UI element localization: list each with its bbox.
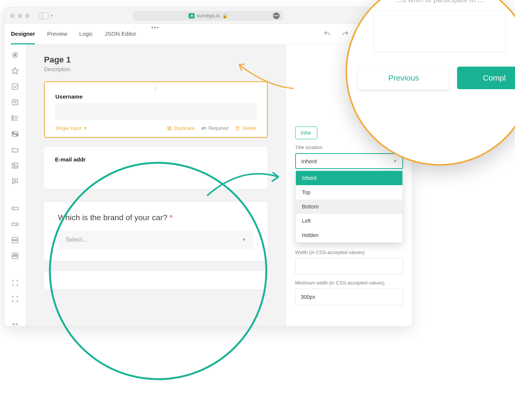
lock-icon: 🔒	[222, 13, 228, 18]
tab-designer[interactable]: Designer	[11, 24, 35, 44]
tab-preview[interactable]: Preview	[47, 24, 67, 44]
rating-icon[interactable]	[11, 67, 20, 75]
grid4-icon[interactable]	[11, 322, 20, 327]
designer-canvas[interactable]: Page 1 Description ⠿ Username Single Inp…	[26, 44, 286, 326]
svg-point-39	[16, 324, 17, 325]
svg-rect-19	[12, 117, 13, 119]
url-text: surveyjs.io	[197, 13, 220, 18]
comment-icon[interactable]	[11, 178, 20, 185]
callout-ghost-input	[374, 10, 506, 52]
expand1-icon[interactable]	[11, 279, 20, 287]
option-inherit[interactable]: Inherit	[296, 171, 402, 185]
option-left[interactable]: Left	[296, 214, 402, 228]
svg-point-23	[12, 132, 14, 133]
svg-marker-10	[12, 68, 18, 74]
question-input[interactable]	[55, 103, 256, 119]
svg-rect-31	[12, 223, 18, 226]
question-email[interactable]: E-mail addr	[44, 147, 268, 189]
title-location-dropdown: Inherit Top Bottom Left Hidden	[296, 170, 403, 243]
question-label[interactable]: Username	[55, 93, 256, 100]
prop-min-width-label: Minimum width (in CSS-accepted values)	[295, 280, 403, 286]
svg-point-38	[13, 324, 14, 325]
title-location-select[interactable]: Inherit ▼ Inherit Top Bottom Left Hidden	[295, 153, 403, 169]
boolean-icon[interactable]	[11, 130, 20, 138]
svg-point-26	[13, 164, 14, 166]
inherit-pill[interactable]: Inhe	[295, 126, 317, 139]
sidebar-toggle-icon[interactable]	[39, 12, 49, 19]
svg-rect-25	[12, 163, 18, 168]
required-button[interactable]: Required	[201, 125, 229, 131]
select-placeholder: Select...	[66, 236, 87, 243]
option-bottom[interactable]: Bottom	[296, 199, 402, 214]
chevron-down-icon: ▼	[242, 237, 246, 242]
svg-rect-61	[168, 126, 171, 129]
svg-rect-29	[12, 207, 18, 210]
multi-icon[interactable]	[11, 114, 20, 122]
svg-rect-20	[12, 119, 13, 120]
input2-icon[interactable]	[11, 221, 20, 228]
min-width-input[interactable]	[295, 289, 403, 305]
page-title[interactable]: Page 1	[44, 55, 268, 65]
option-top[interactable]: Top	[296, 185, 402, 199]
question-username[interactable]: ⠿ Username Single Input▼ Duplicate Requi…	[44, 81, 268, 138]
address-bar[interactable]: JS surveyjs.io 🔒 •••	[133, 11, 283, 21]
more-icon[interactable]: •••	[273, 12, 280, 19]
tab-overflow[interactable]: •••	[148, 24, 163, 44]
question-stub[interactable]	[44, 271, 268, 289]
question-type-select[interactable]: Single Input▼	[55, 125, 87, 131]
traffic-lights[interactable]	[10, 14, 30, 18]
duplicate-button[interactable]: Duplicate	[167, 125, 194, 131]
input-icon[interactable]	[11, 205, 20, 212]
chevron-down-icon: ▼	[393, 159, 397, 163]
question-title: Which is the brand of your car? *	[58, 213, 254, 222]
question-label[interactable]: E-mail addr	[55, 156, 257, 163]
svg-rect-18	[12, 116, 13, 117]
svg-point-63	[203, 128, 204, 129]
folder-icon[interactable]	[11, 146, 20, 154]
chevron-down-icon[interactable]: ▾	[51, 13, 53, 18]
car-brand-select[interactable]: Select... ▼	[58, 230, 254, 249]
svg-rect-33	[12, 237, 18, 240]
page-description[interactable]: Description	[44, 66, 268, 72]
drag-handle-icon[interactable]: ⠿	[55, 87, 256, 91]
tab-logic[interactable]: Logic	[79, 24, 93, 44]
prop-width-label: Width (in CSS-accepted values)	[295, 250, 403, 255]
svg-point-24	[16, 135, 17, 136]
callout-ghost-text: …u wish to participate in …	[395, 0, 484, 4]
undo-icon[interactable]	[318, 24, 336, 44]
toolbox	[4, 44, 26, 326]
complete-button[interactable]: Compl	[457, 67, 515, 89]
option-hidden[interactable]: Hidden	[296, 228, 402, 242]
tab-json[interactable]: JSON Editor	[105, 24, 136, 44]
required-marker: *	[169, 213, 172, 222]
browser-titlebar: ▾ JS surveyjs.io 🔒 •••	[4, 8, 412, 24]
image-icon[interactable]	[11, 162, 20, 169]
checkbox-icon[interactable]	[11, 83, 20, 90]
previous-button[interactable]: Previous	[358, 67, 449, 89]
text-icon[interactable]	[11, 99, 20, 106]
svg-rect-11	[12, 84, 18, 90]
favicon: JS	[189, 13, 195, 18]
question-car-brand[interactable]: Which is the brand of your car? * Select…	[44, 202, 268, 261]
radio-icon[interactable]	[11, 51, 20, 59]
title-location-value: Inherit	[301, 158, 317, 164]
width-input[interactable]	[295, 258, 403, 275]
panel2-icon[interactable]	[11, 252, 20, 260]
panel1-icon[interactable]	[11, 236, 20, 244]
expand2-icon[interactable]	[11, 295, 20, 303]
svg-point-9	[14, 54, 16, 56]
svg-rect-60	[169, 127, 171, 130]
chevron-down-icon: ▼	[84, 126, 87, 130]
svg-rect-34	[12, 240, 18, 243]
delete-button[interactable]: Delete	[235, 125, 256, 131]
svg-rect-36	[12, 256, 18, 259]
